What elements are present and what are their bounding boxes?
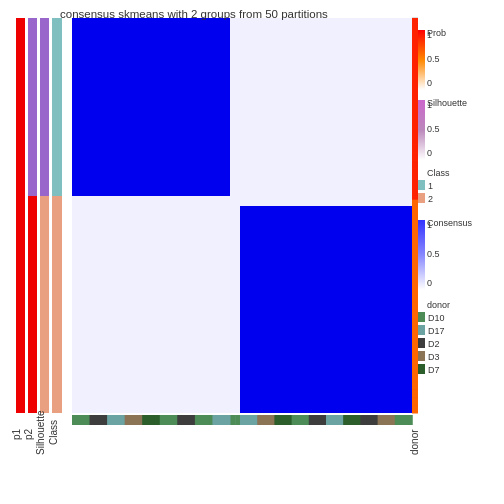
chart-title: consensus skmeans with 2 groups from 50 …: [60, 8, 328, 20]
chart-container: consensus skmeans with 2 groups from 50 …: [0, 0, 504, 504]
